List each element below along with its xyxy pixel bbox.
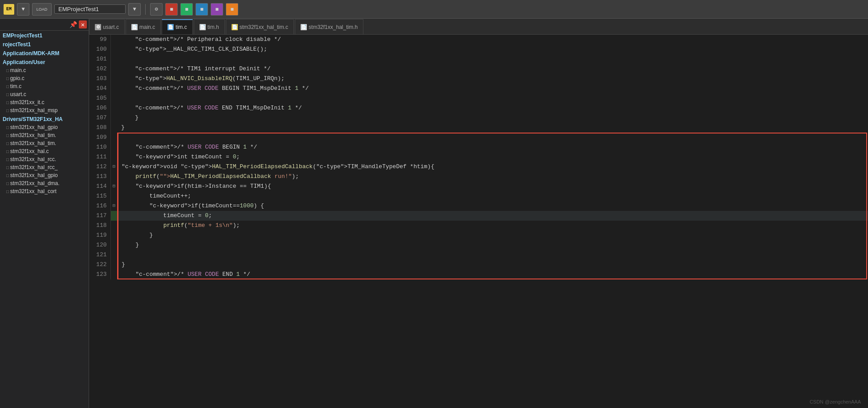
fold-indicator-115 [110, 191, 118, 201]
line-number-110: 110 [89, 142, 110, 152]
tab-label-tim_c: tim.c [175, 24, 187, 30]
tab-tim_h[interactable]: 📄tim.h [194, 19, 225, 34]
sidebar-item-app_user[interactable]: Application/User [0, 57, 89, 66]
sidebar-item-hal_rcc2[interactable]: stm32f1xx_hal_rcc_ [0, 163, 89, 171]
tab-label-main_c: main.c [139, 24, 155, 30]
sidebar-item-hal_gpio[interactable]: stm32f1xx_hal_gpio [0, 123, 89, 131]
code-content-117: timeCount = 0; [118, 211, 868, 221]
sidebar-item-hal_rcc1[interactable]: stm32f1xx_hal_rcc. [0, 155, 89, 163]
line-number-121: 121 [89, 250, 110, 260]
code-content-121 [118, 250, 868, 260]
sidebar-pin-btn[interactable]: 📌 [69, 21, 77, 28]
sidebar-item-hal_tim1[interactable]: stm32f1xx_hal_tim. [0, 131, 89, 139]
line-number-109: 109 [89, 133, 110, 142]
line-number-118: 118 [89, 221, 110, 230]
line-number-111: 111 [89, 152, 110, 162]
fold-indicator-117 [110, 211, 118, 221]
fold-indicator-118 [110, 221, 118, 230]
line-number-99: 99 [89, 35, 110, 44]
table-row: 117 timeCount = 0; [89, 211, 868, 221]
sidebar-item-project[interactable]: EMProjectTest1 [0, 31, 89, 40]
fold-indicator-103 [110, 74, 118, 84]
line-number-103: 103 [89, 74, 110, 84]
toolbar-icon-2[interactable]: ◼ [165, 3, 178, 16]
fold-indicator-113 [110, 172, 118, 182]
watermark: CSDN @zengchenAAA [810, 399, 861, 404]
code-content-112: "c-keyword">void "c-type">HAL_TIM_Period… [118, 162, 868, 172]
line-number-106: 106 [89, 103, 110, 113]
toolbar-icon-5[interactable]: ◼ [211, 3, 223, 16]
sidebar-item-hal_dma[interactable]: stm32f1xx_hal_dma. [0, 179, 89, 187]
table-row: 119 } [89, 230, 868, 240]
sidebar-close-btn[interactable]: ✕ [79, 20, 87, 28]
toolbar-icon-4[interactable]: ◼ [196, 3, 208, 16]
sidebar-item-gpio_c[interactable]: gpio.c [0, 74, 89, 82]
code-content-114: "c-keyword">if(htim->Instance == TIM1){ [118, 182, 868, 191]
toolbar-icon-6[interactable]: ◼ [226, 3, 238, 16]
sidebar-item-tim_c[interactable]: tim.c [0, 82, 89, 90]
code-editor[interactable]: 99 "c-comment">/* Peripheral clock disab… [89, 35, 868, 408]
fold-indicator-121 [110, 250, 118, 260]
tab-icon-tim_c: 📄 [167, 24, 174, 30]
toolbar-icon-1[interactable]: ⚙ [150, 3, 163, 16]
code-content-104: "c-comment">/* USER CODE BEGIN TIM1_MspD… [118, 84, 868, 93]
fold-indicator-112[interactable]: ⊟ [110, 162, 118, 172]
code-table: 99 "c-comment">/* Peripheral clock disab… [89, 35, 868, 279]
fold-indicator-101 [110, 54, 118, 64]
table-row: 101 [89, 54, 868, 64]
table-row: 104 "c-comment">/* USER CODE BEGIN TIM1_… [89, 84, 868, 93]
line-number-122: 122 [89, 260, 110, 270]
sidebar-item-stm32f1xx_hal_ms[interactable]: stm32f1xx_hal_msp [0, 106, 89, 114]
fold-indicator-109 [110, 133, 118, 142]
toolbar-btn-load[interactable]: LOAD [32, 3, 52, 16]
fold-indicator-99 [110, 35, 118, 44]
code-content-108: } [118, 123, 868, 133]
toolbar-btn-1[interactable]: ▼ [17, 3, 29, 16]
sidebar-item-app_mdk[interactable]: Application/MDK-ARM [0, 48, 89, 57]
sidebar-items: EMProjectTest1rojectTest1Application/MDK… [0, 31, 89, 195]
code-content-116: "c-keyword">if(timeCount==1000) { [118, 201, 868, 211]
sidebar: 📌 ✕ EMProjectTest1rojectTest1Application… [0, 19, 89, 408]
sidebar-item-stm32f1xx_it[interactable]: stm32f1xx_it.c [0, 98, 89, 106]
table-row: 121 [89, 250, 868, 260]
fold-indicator-106 [110, 103, 118, 113]
table-row: 100 "c-type">__HAL_RCC_TIM1_CLK_DISABLE(… [89, 44, 868, 54]
line-number-116: 116 [89, 201, 110, 211]
tab-main_c[interactable]: 📄main.c [126, 19, 161, 34]
sidebar-item-hal_cor[interactable]: stm32f1xx_hal_cort [0, 187, 89, 195]
table-row: 109 [89, 133, 868, 142]
sidebar-item-hal_gpio2[interactable]: stm32f1xx_hal_gpio [0, 171, 89, 179]
tab-stm32f1xx_hal_tim_h[interactable]: 📄stm32f1xx_hal_tim.h [295, 19, 363, 34]
sidebar-header: 📌 ✕ [0, 19, 89, 31]
table-row: 113 printf("">HAL_TIM_PeriodElapsedCallb… [89, 172, 868, 182]
fold-indicator-123 [110, 270, 118, 279]
sidebar-item-hal_c[interactable]: stm32f1xx_hal.c [0, 147, 89, 155]
tab-usart_c[interactable]: ⚙usart.c [89, 19, 125, 34]
sidebar-item-drivers[interactable]: Drivers/STM32F1xx_HA [0, 114, 89, 123]
code-content-109 [118, 133, 868, 142]
toolbar-icon-3[interactable]: ◼ [180, 3, 193, 16]
fold-indicator-114[interactable]: ⊟ [110, 182, 118, 191]
tab-stm32f1xx_hal_tim_c[interactable]: 📄stm32f1xx_hal_tim.c [226, 19, 294, 34]
tab-label-stm32f1xx_hal_tim_c: stm32f1xx_hal_tim.c [240, 24, 288, 30]
tab-tim_c[interactable]: 📄tim.c [162, 19, 192, 34]
fold-indicator-119 [110, 230, 118, 240]
fold-indicator-108 [110, 123, 118, 133]
toolbar-btn-dropdown[interactable]: ▼ [128, 3, 141, 16]
line-number-105: 105 [89, 93, 110, 103]
tab-label-stm32f1xx_hal_tim_h: stm32f1xx_hal_tim.h [309, 24, 358, 30]
fold-indicator-116[interactable]: ⊟ [110, 201, 118, 211]
sidebar-item-hal_tim2[interactable]: stm32f1xx_hal_tim. [0, 139, 89, 147]
table-row: 107 } [89, 113, 868, 123]
line-number-119: 119 [89, 230, 110, 240]
sidebar-item-project2[interactable]: rojectTest1 [0, 40, 89, 48]
table-row: 108} [89, 123, 868, 133]
code-content-101 [118, 54, 868, 64]
sidebar-item-main_c[interactable]: main.c [0, 66, 89, 74]
fold-indicator-107 [110, 113, 118, 123]
code-content-106: "c-comment">/* USER CODE END TIM1_MspDeI… [118, 103, 868, 113]
code-content-111: "c-keyword">int timeCount = 0; [118, 152, 868, 162]
sidebar-item-usart_c[interactable]: usart.c [0, 90, 89, 98]
line-number-123: 123 [89, 270, 110, 279]
table-row: 111 "c-keyword">int timeCount = 0; [89, 152, 868, 162]
